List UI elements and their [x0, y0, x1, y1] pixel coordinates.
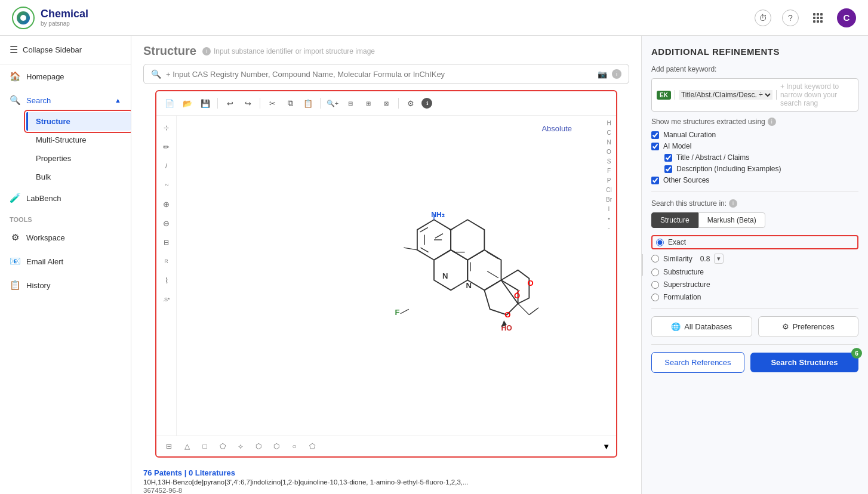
help-icon[interactable]: ? — [782, 10, 799, 26]
svg-line-16 — [518, 304, 530, 315]
canvas-scroll-down[interactable]: ▼ — [602, 442, 610, 451]
octagon-tool[interactable]: ⬠ — [306, 440, 319, 453]
search-structures-btn[interactable]: Search Structures 6 — [750, 353, 858, 372]
search-references-btn[interactable]: Search References — [651, 352, 744, 373]
split-btn[interactable]: ⊟ — [343, 96, 358, 110]
triangle-tool[interactable]: △ — [180, 440, 193, 453]
radio-superstructure-input[interactable] — [651, 281, 659, 289]
radio-exact-input[interactable] — [656, 239, 664, 246]
grid-icon[interactable] — [809, 10, 826, 26]
svg-line-14 — [401, 309, 409, 314]
sidebar-item-labbench[interactable]: 🧪 LabBench — [0, 186, 131, 210]
sidebar-item-workspace[interactable]: ⚙ Workspace — [0, 226, 131, 249]
bottom-layout-icon[interactable]: ⊟ — [162, 440, 176, 453]
similarity-dropdown[interactable]: ▾ — [714, 254, 724, 264]
square-tool[interactable]: □ — [198, 440, 211, 453]
checkbox-manual-curation: Manual Curation — [651, 131, 858, 139]
radio-similarity-input[interactable] — [651, 255, 659, 263]
circle-tool[interactable]: ○ — [288, 440, 301, 453]
element-O[interactable]: O — [605, 148, 612, 156]
sidebar-item-properties[interactable]: Properties — [26, 149, 131, 168]
sidebar-item-structure[interactable]: Structure — [26, 112, 131, 131]
element-C[interactable]: C — [605, 129, 612, 137]
info-canvas-btn[interactable]: ℹ — [421, 98, 432, 109]
gear-pref-icon: ⚙ — [782, 322, 789, 331]
checkbox-title-input[interactable] — [664, 154, 672, 162]
radio-substructure-input[interactable] — [651, 268, 659, 276]
sidebar-item-multi-structure[interactable]: Multi-Structure — [26, 131, 131, 149]
hamburger-icon: ☰ — [10, 44, 18, 55]
header-left: Chemical by patsnap — [12, 7, 88, 29]
sidebar-nav: 🏠 Homepage 🔍 Search ▲ Structure Multi-St… — [0, 64, 131, 494]
zoom-fit-btn[interactable]: 🔍+ — [325, 96, 340, 110]
checkbox-manual-input[interactable] — [651, 131, 659, 139]
undo-btn[interactable]: ↩ — [223, 96, 237, 110]
measure-tool[interactable]: ⊟ — [159, 235, 174, 249]
keyword-input-row[interactable]: EK Title/Abst./Claims/Desc. ÷ + Input ke… — [651, 78, 858, 112]
search-input[interactable] — [166, 70, 593, 79]
save-btn[interactable]: 💾 — [198, 96, 213, 110]
sidebar-item-search[interactable]: 🔍 Search ▲ — [0, 88, 131, 112]
sidebar-item-email-alert[interactable]: 📧 Email Alert — [0, 249, 131, 273]
redo-btn[interactable]: ↪ — [241, 96, 255, 110]
cut-btn[interactable]: ✂ — [265, 96, 279, 110]
element-I[interactable]: I — [607, 205, 611, 213]
timer-icon[interactable]: ⏱ — [755, 10, 771, 26]
checkbox-desc-input[interactable] — [664, 165, 672, 173]
sidebar-item-bulk[interactable]: Bulk — [26, 168, 131, 186]
draw-tool[interactable]: ✏ — [159, 140, 174, 154]
keyword-sep — [675, 90, 675, 100]
element-S[interactable]: S — [606, 158, 612, 165]
checkbox-other-input[interactable] — [651, 177, 659, 184]
tab-markush[interactable]: Markush (Beta) — [698, 212, 765, 228]
element-F[interactable]: F — [606, 167, 612, 175]
checkbox-ai-input[interactable] — [651, 143, 659, 150]
collapse-sidebar-button[interactable]: ☰ Collapse Sidebar — [0, 36, 131, 64]
element-dot[interactable]: • — [607, 215, 611, 223]
copy-btn[interactable]: ⧉ — [283, 96, 297, 110]
panel-toggle-btn[interactable]: › — [641, 254, 643, 276]
element-dash[interactable]: - — [607, 224, 611, 232]
radio-formulation: Formulation — [651, 293, 858, 301]
pentagon-tool[interactable]: ⬠ — [216, 440, 229, 453]
svg-text:NH₂: NH₂ — [431, 211, 445, 219]
user-avatar[interactable]: C — [837, 8, 856, 27]
charge-label: z — [159, 178, 174, 192]
result-patents-link[interactable]: 76 Patents | 0 Literatures — [143, 468, 235, 477]
new-file-btn[interactable]: 📄 — [162, 96, 177, 110]
search-input-wrap[interactable]: 🔍 📷 i — [143, 64, 629, 84]
radio-formulation-input[interactable] — [651, 294, 659, 301]
paste-btn[interactable]: 📋 — [301, 96, 315, 110]
chain-tool[interactable]: ⌇ — [159, 273, 174, 288]
camera-icon[interactable]: 📷 — [598, 70, 607, 79]
settings-btn[interactable]: ⚙ — [404, 96, 418, 110]
lasso-tool[interactable]: R — [159, 254, 174, 268]
s-group-tool[interactable]: .S* — [159, 292, 174, 307]
search-type-radios: Exact Similarity 0.8 ▾ Substructure Sup — [651, 235, 858, 301]
element-H[interactable]: H — [605, 119, 612, 127]
element-N[interactable]: N — [605, 138, 612, 146]
drawing-canvas[interactable]: 📄 📂 💾 ↩ ↪ ✂ ⧉ 📋 🔍+ ⊟ ⊞ ⊠ ⚙ — [155, 90, 617, 458]
hexagon-tool[interactable]: ⬡ — [252, 440, 265, 453]
checkbox-ai-model: AI Model — [651, 142, 858, 150]
svg-text:O: O — [528, 279, 534, 288]
align-btn[interactable]: ⊞ — [361, 96, 375, 110]
zoom-out-tool[interactable]: ⊖ — [159, 216, 174, 230]
hexagon2-tool[interactable]: ⬡ — [270, 440, 283, 453]
expand-btn[interactable]: ⊠ — [379, 96, 393, 110]
keyword-type-select[interactable]: Title/Abst./Claims/Desc. ÷ — [679, 90, 772, 100]
sidebar-item-history[interactable]: 📋 History — [0, 273, 131, 297]
svg-text:N: N — [442, 271, 448, 280]
element-P[interactable]: P — [606, 177, 612, 184]
tab-structure[interactable]: Structure — [651, 212, 698, 228]
sidebar-item-homepage[interactable]: 🏠 Homepage — [0, 64, 131, 88]
erase-tool[interactable]: / — [159, 159, 174, 173]
element-Cl[interactable]: Cl — [605, 186, 612, 194]
diamond-tool[interactable]: ⟡ — [234, 440, 247, 453]
select-tool[interactable]: ⊹ — [159, 121, 174, 135]
zoom-in-tool[interactable]: ⊕ — [159, 197, 174, 211]
open-file-btn[interactable]: 📂 — [180, 96, 195, 110]
all-databases-btn[interactable]: 🌐 All Databases — [651, 316, 752, 337]
element-Br[interactable]: Br — [605, 196, 613, 203]
preferences-btn[interactable]: ⚙ Preferences — [758, 316, 859, 337]
